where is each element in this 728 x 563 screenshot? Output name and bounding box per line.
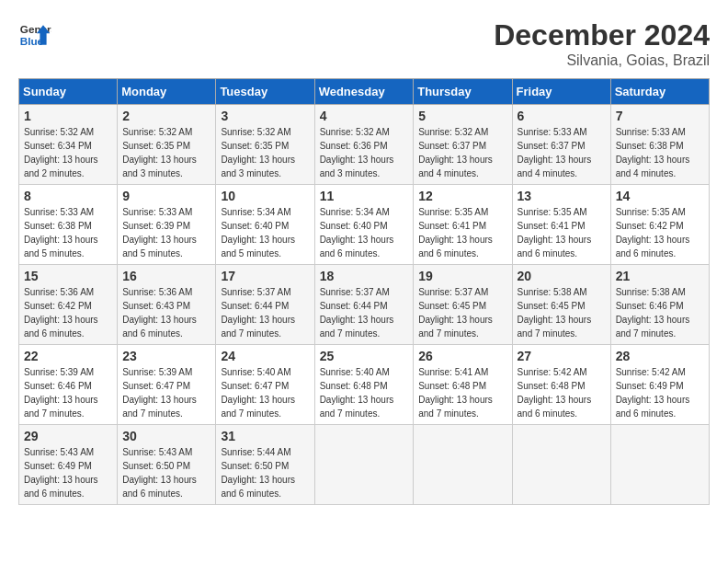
logo-icon: General Blue (18, 18, 51, 52)
calendar-cell: 20 Sunrise: 5:38 AM Sunset: 6:45 PM Dayl… (512, 265, 610, 345)
cell-info: Sunrise: 5:44 AM Sunset: 6:50 PM Dayligh… (221, 445, 309, 500)
cell-info: Sunrise: 5:41 AM Sunset: 6:48 PM Dayligh… (418, 365, 506, 420)
day-number: 22 (24, 349, 112, 363)
calendar-cell: 31 Sunrise: 5:44 AM Sunset: 6:50 PM Dayl… (216, 425, 314, 505)
cell-info: Sunrise: 5:38 AM Sunset: 6:46 PM Dayligh… (616, 285, 704, 340)
cell-info: Sunrise: 5:35 AM Sunset: 6:41 PM Dayligh… (418, 205, 506, 260)
day-number: 11 (320, 189, 409, 203)
day-number: 8 (24, 189, 112, 203)
day-number: 10 (221, 189, 309, 203)
calendar-cell: 2 Sunrise: 5:32 AM Sunset: 6:35 PM Dayli… (118, 105, 216, 185)
weekday-header-wednesday: Wednesday (314, 79, 414, 105)
day-number: 23 (122, 349, 210, 363)
calendar-cell: 30 Sunrise: 5:43 AM Sunset: 6:50 PM Dayl… (118, 425, 216, 505)
title-area: December 2024 Silvania, Goias, Brazil (494, 18, 710, 69)
day-number: 26 (418, 349, 506, 363)
weekday-header-row: SundayMondayTuesdayWednesdayThursdayFrid… (19, 79, 710, 105)
location: Silvania, Goias, Brazil (494, 52, 710, 69)
calendar-cell: 25 Sunrise: 5:40 AM Sunset: 6:48 PM Dayl… (314, 345, 414, 425)
calendar-cell: 11 Sunrise: 5:34 AM Sunset: 6:40 PM Dayl… (314, 185, 414, 265)
cell-info: Sunrise: 5:35 AM Sunset: 6:41 PM Dayligh… (518, 205, 606, 260)
weekday-header-monday: Monday (118, 79, 216, 105)
day-number: 2 (122, 109, 210, 123)
calendar-cell: 14 Sunrise: 5:35 AM Sunset: 6:42 PM Dayl… (610, 185, 709, 265)
weekday-header-tuesday: Tuesday (216, 79, 314, 105)
calendar: SundayMondayTuesdayWednesdayThursdayFrid… (18, 78, 710, 505)
logo: General Blue (18, 18, 51, 52)
day-number: 27 (518, 349, 606, 363)
calendar-cell: 3 Sunrise: 5:32 AM Sunset: 6:35 PM Dayli… (216, 105, 314, 185)
cell-info: Sunrise: 5:33 AM Sunset: 6:37 PM Dayligh… (518, 125, 606, 180)
calendar-cell: 18 Sunrise: 5:37 AM Sunset: 6:44 PM Dayl… (314, 265, 414, 345)
calendar-cell: 12 Sunrise: 5:35 AM Sunset: 6:41 PM Dayl… (414, 185, 512, 265)
cell-info: Sunrise: 5:36 AM Sunset: 6:43 PM Dayligh… (122, 285, 210, 340)
calendar-cell: 24 Sunrise: 5:40 AM Sunset: 6:47 PM Dayl… (216, 345, 314, 425)
cell-info: Sunrise: 5:37 AM Sunset: 6:45 PM Dayligh… (418, 285, 506, 340)
calendar-cell: 27 Sunrise: 5:42 AM Sunset: 6:48 PM Dayl… (512, 345, 610, 425)
calendar-cell (512, 425, 610, 505)
calendar-cell: 15 Sunrise: 5:36 AM Sunset: 6:42 PM Dayl… (19, 265, 118, 345)
cell-info: Sunrise: 5:38 AM Sunset: 6:45 PM Dayligh… (518, 285, 606, 340)
week-row-3: 15 Sunrise: 5:36 AM Sunset: 6:42 PM Dayl… (19, 265, 710, 345)
week-row-2: 8 Sunrise: 5:33 AM Sunset: 6:38 PM Dayli… (19, 185, 710, 265)
calendar-cell (610, 425, 709, 505)
day-number: 12 (418, 189, 506, 203)
cell-info: Sunrise: 5:32 AM Sunset: 6:37 PM Dayligh… (418, 125, 506, 180)
cell-info: Sunrise: 5:43 AM Sunset: 6:49 PM Dayligh… (24, 445, 112, 500)
cell-info: Sunrise: 5:34 AM Sunset: 6:40 PM Dayligh… (221, 205, 309, 260)
calendar-cell: 1 Sunrise: 5:32 AM Sunset: 6:34 PM Dayli… (19, 105, 118, 185)
weekday-header-sunday: Sunday (19, 79, 118, 105)
day-number: 24 (221, 349, 309, 363)
day-number: 1 (24, 109, 112, 123)
cell-info: Sunrise: 5:32 AM Sunset: 6:36 PM Dayligh… (320, 125, 409, 180)
cell-info: Sunrise: 5:32 AM Sunset: 6:35 PM Dayligh… (221, 125, 309, 180)
cell-info: Sunrise: 5:32 AM Sunset: 6:34 PM Dayligh… (24, 125, 112, 180)
calendar-cell: 13 Sunrise: 5:35 AM Sunset: 6:41 PM Dayl… (512, 185, 610, 265)
calendar-cell: 6 Sunrise: 5:33 AM Sunset: 6:37 PM Dayli… (512, 105, 610, 185)
cell-info: Sunrise: 5:39 AM Sunset: 6:46 PM Dayligh… (24, 365, 112, 420)
month-title: December 2024 (494, 18, 710, 52)
cell-info: Sunrise: 5:42 AM Sunset: 6:48 PM Dayligh… (518, 365, 606, 420)
week-row-5: 29 Sunrise: 5:43 AM Sunset: 6:49 PM Dayl… (19, 425, 710, 505)
cell-info: Sunrise: 5:42 AM Sunset: 6:49 PM Dayligh… (616, 365, 704, 420)
cell-info: Sunrise: 5:33 AM Sunset: 6:38 PM Dayligh… (616, 125, 704, 180)
day-number: 4 (320, 109, 409, 123)
cell-info: Sunrise: 5:33 AM Sunset: 6:38 PM Dayligh… (24, 205, 112, 260)
day-number: 3 (221, 109, 309, 123)
calendar-cell: 29 Sunrise: 5:43 AM Sunset: 6:49 PM Dayl… (19, 425, 118, 505)
day-number: 20 (518, 269, 606, 283)
week-row-4: 22 Sunrise: 5:39 AM Sunset: 6:46 PM Dayl… (19, 345, 710, 425)
calendar-cell: 28 Sunrise: 5:42 AM Sunset: 6:49 PM Dayl… (610, 345, 709, 425)
day-number: 31 (221, 429, 309, 443)
header: General Blue December 2024 Silvania, Goi… (18, 18, 710, 69)
cell-info: Sunrise: 5:37 AM Sunset: 6:44 PM Dayligh… (221, 285, 309, 340)
day-number: 18 (320, 269, 409, 283)
day-number: 6 (518, 109, 606, 123)
day-number: 16 (122, 269, 210, 283)
day-number: 19 (418, 269, 506, 283)
calendar-cell: 4 Sunrise: 5:32 AM Sunset: 6:36 PM Dayli… (314, 105, 414, 185)
svg-text:General: General (20, 23, 51, 35)
week-row-1: 1 Sunrise: 5:32 AM Sunset: 6:34 PM Dayli… (19, 105, 710, 185)
calendar-cell: 26 Sunrise: 5:41 AM Sunset: 6:48 PM Dayl… (414, 345, 512, 425)
cell-info: Sunrise: 5:40 AM Sunset: 6:47 PM Dayligh… (221, 365, 309, 420)
calendar-cell: 17 Sunrise: 5:37 AM Sunset: 6:44 PM Dayl… (216, 265, 314, 345)
calendar-cell (314, 425, 414, 505)
day-number: 29 (24, 429, 112, 443)
weekday-header-saturday: Saturday (610, 79, 709, 105)
day-number: 13 (518, 189, 606, 203)
calendar-cell: 22 Sunrise: 5:39 AM Sunset: 6:46 PM Dayl… (19, 345, 118, 425)
calendar-cell (414, 425, 512, 505)
cell-info: Sunrise: 5:34 AM Sunset: 6:40 PM Dayligh… (320, 205, 409, 260)
cell-info: Sunrise: 5:36 AM Sunset: 6:42 PM Dayligh… (24, 285, 112, 340)
day-number: 9 (122, 189, 210, 203)
day-number: 15 (24, 269, 112, 283)
calendar-cell: 10 Sunrise: 5:34 AM Sunset: 6:40 PM Dayl… (216, 185, 314, 265)
calendar-cell: 5 Sunrise: 5:32 AM Sunset: 6:37 PM Dayli… (414, 105, 512, 185)
day-number: 17 (221, 269, 309, 283)
cell-info: Sunrise: 5:40 AM Sunset: 6:48 PM Dayligh… (320, 365, 409, 420)
weekday-header-thursday: Thursday (414, 79, 512, 105)
day-number: 28 (616, 349, 704, 363)
calendar-cell: 16 Sunrise: 5:36 AM Sunset: 6:43 PM Dayl… (118, 265, 216, 345)
calendar-cell: 9 Sunrise: 5:33 AM Sunset: 6:39 PM Dayli… (118, 185, 216, 265)
